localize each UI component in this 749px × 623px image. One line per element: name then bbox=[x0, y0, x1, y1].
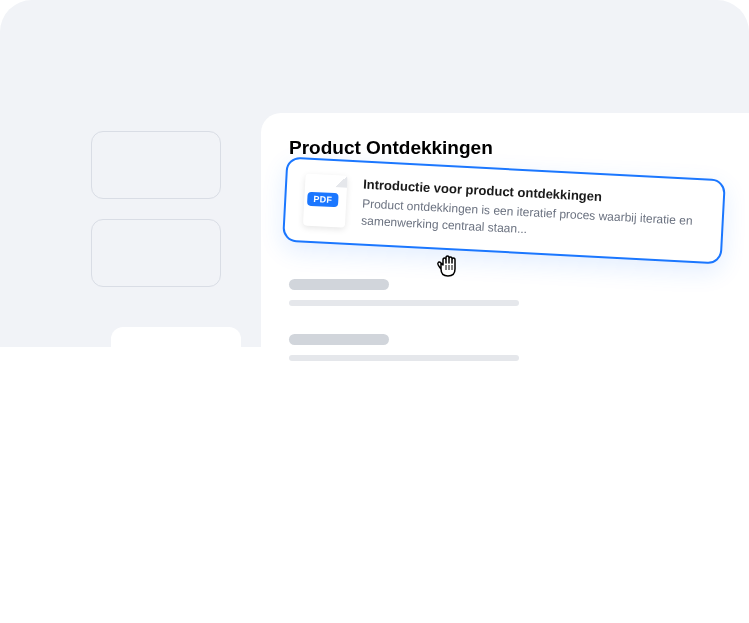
skeleton-list bbox=[289, 279, 749, 361]
sidebar-placeholder-card bbox=[91, 219, 221, 287]
sidebar-placeholder-card bbox=[91, 131, 221, 199]
skeleton-line bbox=[289, 300, 519, 306]
skeleton-item bbox=[289, 279, 749, 306]
skeleton-line bbox=[289, 279, 389, 290]
pdf-icon: PDF bbox=[303, 174, 348, 228]
pdf-badge: PDF bbox=[307, 192, 339, 208]
grab-cursor-icon bbox=[432, 250, 464, 282]
skeleton-line bbox=[289, 355, 519, 361]
section-title: Product Ontdekkingen bbox=[289, 137, 749, 159]
sidebar-placeholder-card bbox=[111, 327, 241, 395]
skeleton-item bbox=[289, 334, 749, 361]
skeleton-line bbox=[289, 334, 389, 345]
document-content: Introductie voor product ontdekkingen Pr… bbox=[361, 177, 705, 247]
